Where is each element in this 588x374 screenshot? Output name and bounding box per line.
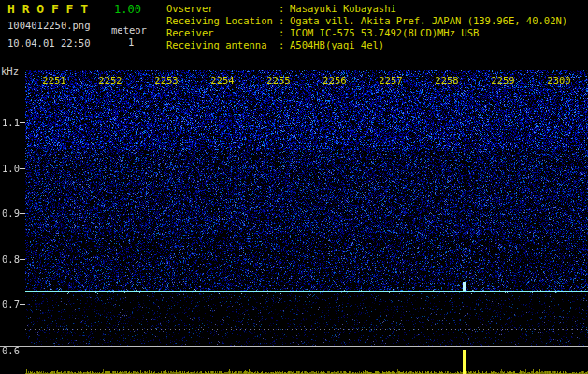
time-label-2254: 2254: [210, 75, 234, 86]
info-value-observer: Masayuki Kobayashi: [290, 3, 396, 15]
info-value-location: Ogata-vill. Akita-Pref. JAPAN (139.96E, …: [290, 15, 567, 27]
info-colon: :: [279, 39, 290, 51]
app-version: 1.00: [114, 3, 141, 16]
carrier-line: [25, 291, 588, 292]
app-title: H R O F F T: [7, 2, 88, 16]
station-info: Ovserver:Masayuki Kobayashi Receiving Lo…: [166, 3, 567, 51]
time-label-2300: 2300: [547, 75, 570, 86]
mode-label: meteor: [111, 24, 147, 36]
info-row-antenna: Receiving antenna:A504HB(yagi 4el): [166, 39, 567, 51]
time-label-2252: 2252: [98, 75, 122, 86]
info-colon: :: [279, 3, 290, 15]
time-label-2255: 2255: [266, 75, 290, 86]
time-label-2251: 2251: [42, 75, 65, 86]
info-colon: :: [279, 27, 290, 39]
time-label-2259: 2259: [491, 75, 514, 86]
freq-tick-label-0_6: 0.6: [2, 345, 20, 356]
freq-tick-mark: [20, 259, 25, 260]
output-filename: 1004012250.png: [7, 20, 91, 31]
info-label-observer: Ovserver: [166, 3, 279, 15]
freq-axis-unit: kHz: [1, 65, 19, 77]
freq-tick-label-1_0: 1.0: [2, 163, 20, 174]
freq-tick-mark: [20, 122, 25, 123]
meteor-spike: [463, 350, 466, 374]
info-value-antenna: A504HB(yagi 4el): [290, 39, 384, 51]
info-row-observer: Ovserver:Masayuki Kobayashi: [166, 3, 567, 15]
timestamp: 10.04.01 22:50: [7, 37, 91, 49]
freq-tick-label-1_1: 1.1: [2, 117, 20, 128]
axis-separator-line: [0, 346, 588, 347]
spectrogram-canvas: [25, 70, 588, 346]
hrofft-screen: H R O F F T 1.00 1004012250.png meteor 1…: [0, 0, 588, 374]
meteor-echo: [463, 282, 466, 291]
time-label-2253: 2253: [154, 75, 178, 86]
freq-tick-mark: [20, 304, 25, 305]
threshold-dotted-line: [25, 329, 588, 330]
signal-strip-canvas: [0, 348, 588, 374]
info-label-location: Receiving Location: [166, 15, 279, 27]
info-label-receiver: Receiver: [166, 27, 279, 39]
info-colon: :: [279, 15, 290, 27]
info-value-receiver: ICOM IC-575 53.7492(8LCD)MHz USB: [290, 27, 479, 39]
freq-tick-mark: [20, 168, 25, 169]
meteor-count: 1: [128, 36, 134, 48]
info-row-location: Receiving Location:Ogata-vill. Akita-Pre…: [166, 15, 567, 27]
time-label-2257: 2257: [379, 75, 402, 86]
time-label-2256: 2256: [323, 75, 346, 86]
freq-tick-label-0_7: 0.7: [2, 298, 20, 309]
info-row-receiver: Receiver:ICOM IC-575 53.7492(8LCD)MHz US…: [166, 27, 567, 39]
freq-tick-label-0_9: 0.9: [2, 208, 20, 219]
freq-tick-label-0_8: 0.8: [2, 253, 20, 265]
time-label-2258: 2258: [435, 75, 458, 86]
info-label-antenna: Receiving antenna: [166, 39, 279, 51]
freq-tick-mark: [20, 213, 25, 214]
